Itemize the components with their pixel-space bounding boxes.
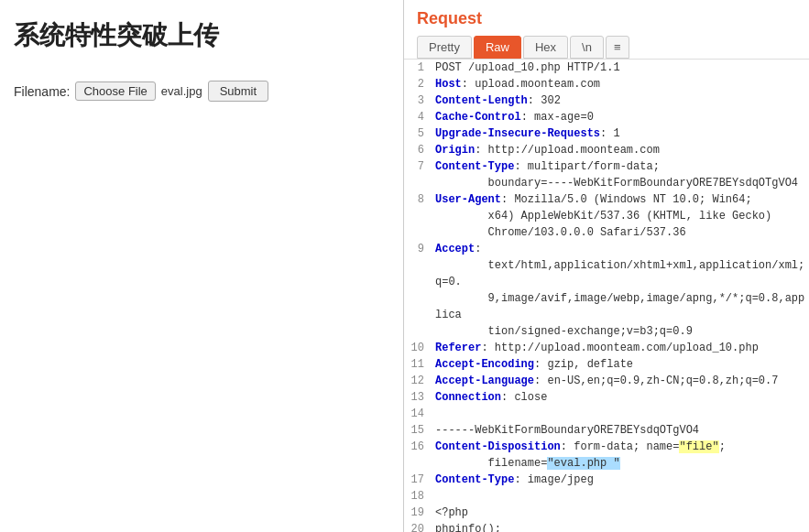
line-number: 1 [404,60,432,76]
line-number: 20 [404,521,432,532]
line-content: Accept-Language: en-US,en;q=0.9,zh-CN;q=… [432,373,809,389]
right-panel: Request Pretty Raw Hex \n ≡ 1POST /uploa… [403,0,809,532]
line-content: Connection: close [432,389,809,406]
line-content: Cache-Control: max-age=0 [432,109,809,125]
line-content: Upgrade-Insecure-Requests: 1 [432,125,809,142]
left-panel: 系统特性突破上传 Filename: Choose File eval.jpg … [0,0,403,532]
line-number: 7 [404,158,432,191]
tab-pretty[interactable]: Pretty [417,36,472,59]
code-line: 18 [404,488,809,505]
line-content: User-Agent: Mozilla/5.0 (Windows NT 10.0… [432,191,809,241]
request-header: Request Pretty Raw Hex \n ≡ [404,0,809,59]
code-line: 3Content-Length: 302 [404,92,809,109]
code-line: 13Connection: close [404,389,809,406]
line-content: Content-Length: 302 [432,92,809,109]
line-content: <?php [432,505,809,521]
line-number: 2 [404,76,432,92]
page-title: 系统特性突破上传 [14,18,389,53]
code-line: 2Host: upload.moonteam.com [404,76,809,92]
line-number: 8 [404,191,432,241]
line-content: Accept: text/html,application/xhtml+xml,… [432,241,809,340]
line-number: 10 [404,340,432,356]
code-line: 9Accept: text/html,application/xhtml+xml… [404,241,809,340]
line-number: 16 [404,439,432,472]
line-number: 15 [404,422,432,439]
tab-bar: Pretty Raw Hex \n ≡ [417,36,796,59]
line-content: phpinfo(); [432,521,809,532]
line-number: 11 [404,356,432,373]
line-content: Host: upload.moonteam.com [432,76,809,92]
code-area[interactable]: 1POST /upload_10.php HTTP/1.12Host: uplo… [404,59,809,532]
line-number: 17 [404,472,432,488]
code-line: 7Content-Type: multipart/form-data; boun… [404,158,809,191]
line-number: 3 [404,92,432,109]
tab-raw[interactable]: Raw [474,36,521,59]
code-line: 20phpinfo(); [404,521,809,532]
tab-newline[interactable]: \n [570,36,604,59]
line-content: Accept-Encoding: gzip, deflate [432,356,809,373]
line-number: 9 [404,241,432,340]
code-line: 8User-Agent: Mozilla/5.0 (Windows NT 10.… [404,191,809,241]
line-number: 5 [404,125,432,142]
code-line: 1POST /upload_10.php HTTP/1.1 [404,60,809,76]
submit-button[interactable]: Submit [208,81,268,102]
choose-file-button[interactable]: Choose File [75,81,155,101]
line-number: 6 [404,142,432,158]
code-line: 19<?php [404,505,809,521]
code-line: 12Accept-Language: en-US,en;q=0.9,zh-CN;… [404,373,809,389]
code-line: 5Upgrade-Insecure-Requests: 1 [404,125,809,142]
code-line: 4Cache-Control: max-age=0 [404,109,809,125]
code-line: 14 [404,406,809,422]
line-content: POST /upload_10.php HTTP/1.1 [432,60,809,76]
code-line: 16Content-Disposition: form-data; name="… [404,439,809,472]
line-number: 18 [404,488,432,505]
request-title: Request [417,9,796,28]
line-content: ------WebKitFormBoundaryORE7BEYsdqOTgVO4 [432,422,809,439]
tab-hex[interactable]: Hex [523,36,568,59]
line-number: 12 [404,373,432,389]
code-line: 6Origin: http://upload.moonteam.com [404,142,809,158]
line-number: 13 [404,389,432,406]
file-form: Filename: Choose File eval.jpg Submit [14,81,389,102]
filename-label: Filename: [14,84,70,99]
line-content: Content-Disposition: form-data; name="fi… [432,439,809,472]
line-content [432,488,809,505]
code-line: 15------WebKitFormBoundaryORE7BEYsdqOTgV… [404,422,809,439]
line-number: 14 [404,406,432,422]
line-content: Origin: http://upload.moonteam.com [432,142,809,158]
tab-menu[interactable]: ≡ [606,36,629,59]
chosen-filename: eval.jpg [161,84,202,98]
line-content: Content-Type: image/jpeg [432,472,809,488]
code-line: 10Referer: http://upload.moonteam.com/up… [404,340,809,356]
code-line: 11Accept-Encoding: gzip, deflate [404,356,809,373]
code-line: 17Content-Type: image/jpeg [404,472,809,488]
line-number: 19 [404,505,432,521]
line-content: Referer: http://upload.moonteam.com/uplo… [432,340,809,356]
line-content: Content-Type: multipart/form-data; bound… [432,158,809,191]
line-number: 4 [404,109,432,125]
line-content [432,406,809,422]
